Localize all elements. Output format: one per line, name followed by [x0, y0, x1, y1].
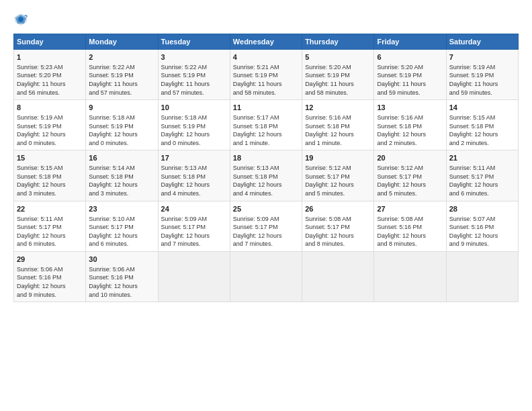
- day-number: 14: [449, 103, 515, 113]
- day-number: 5: [305, 52, 371, 62]
- day-info: Sunrise: 5:20 AM Sunset: 5:19 PM Dayligh…: [305, 63, 371, 97]
- day-info: Sunrise: 5:13 AM Sunset: 5:18 PM Dayligh…: [233, 164, 299, 197]
- column-header-sunday: Sunday: [14, 34, 86, 50]
- calendar-week-2: 8Sunrise: 5:19 AM Sunset: 5:19 PM Daylig…: [14, 100, 519, 150]
- calendar-cell: 14Sunrise: 5:15 AM Sunset: 5:18 PM Dayli…: [446, 100, 518, 150]
- day-number: 28: [449, 204, 515, 214]
- day-info: Sunrise: 5:22 AM Sunset: 5:19 PM Dayligh…: [161, 63, 227, 97]
- day-info: Sunrise: 5:13 AM Sunset: 5:18 PM Dayligh…: [161, 164, 227, 197]
- day-info: Sunrise: 5:06 AM Sunset: 5:16 PM Dayligh…: [17, 265, 83, 299]
- calendar-cell: 5Sunrise: 5:20 AM Sunset: 5:19 PM Daylig…: [302, 50, 374, 100]
- day-number: 1: [17, 52, 83, 62]
- calendar-cell: 24Sunrise: 5:09 AM Sunset: 5:17 PM Dayli…: [158, 201, 230, 251]
- calendar-cell: 25Sunrise: 5:09 AM Sunset: 5:17 PM Dayli…: [230, 201, 302, 251]
- calendar-cell: 29Sunrise: 5:06 AM Sunset: 5:16 PM Dayli…: [14, 251, 86, 302]
- calendar-week-4: 22Sunrise: 5:11 AM Sunset: 5:17 PM Dayli…: [14, 201, 519, 251]
- day-number: 23: [89, 204, 154, 214]
- day-info: Sunrise: 5:11 AM Sunset: 5:17 PM Dayligh…: [449, 164, 515, 197]
- day-info: Sunrise: 5:09 AM Sunset: 5:17 PM Dayligh…: [161, 215, 227, 248]
- calendar-table: SundayMondayTuesdayWednesdayThursdayFrid…: [13, 34, 519, 302]
- calendar-cell: 28Sunrise: 5:07 AM Sunset: 5:16 PM Dayli…: [446, 201, 518, 251]
- calendar-cell: [230, 251, 302, 302]
- day-info: Sunrise: 5:08 AM Sunset: 5:16 PM Dayligh…: [377, 215, 443, 248]
- calendar-cell: [302, 251, 374, 302]
- calendar-cell: 3Sunrise: 5:22 AM Sunset: 5:19 PM Daylig…: [158, 50, 230, 100]
- calendar-header-row: SundayMondayTuesdayWednesdayThursdayFrid…: [14, 34, 519, 50]
- calendar-cell: 20Sunrise: 5:12 AM Sunset: 5:17 PM Dayli…: [374, 150, 446, 201]
- day-number: 13: [377, 103, 443, 113]
- calendar-cell: 11Sunrise: 5:17 AM Sunset: 5:18 PM Dayli…: [230, 100, 302, 150]
- svg-point-4: [18, 17, 23, 21]
- calendar-cell: 27Sunrise: 5:08 AM Sunset: 5:16 PM Dayli…: [374, 201, 446, 251]
- day-number: 25: [233, 204, 299, 214]
- calendar-cell: 17Sunrise: 5:13 AM Sunset: 5:18 PM Dayli…: [158, 150, 230, 201]
- calendar-week-5: 29Sunrise: 5:06 AM Sunset: 5:16 PM Dayli…: [14, 251, 519, 302]
- day-number: 7: [449, 52, 515, 62]
- calendar-cell: 22Sunrise: 5:11 AM Sunset: 5:17 PM Dayli…: [14, 201, 86, 251]
- calendar-cell: 9Sunrise: 5:18 AM Sunset: 5:19 PM Daylig…: [86, 100, 158, 150]
- calendar-cell: 13Sunrise: 5:16 AM Sunset: 5:18 PM Dayli…: [374, 100, 446, 150]
- day-info: Sunrise: 5:07 AM Sunset: 5:16 PM Dayligh…: [449, 215, 515, 248]
- day-info: Sunrise: 5:18 AM Sunset: 5:19 PM Dayligh…: [89, 113, 154, 147]
- calendar-cell: 8Sunrise: 5:19 AM Sunset: 5:19 PM Daylig…: [14, 100, 86, 150]
- calendar-cell: 21Sunrise: 5:11 AM Sunset: 5:17 PM Dayli…: [446, 150, 518, 201]
- column-header-saturday: Saturday: [446, 34, 518, 50]
- day-info: Sunrise: 5:17 AM Sunset: 5:18 PM Dayligh…: [233, 113, 299, 147]
- day-number: 17: [161, 153, 227, 163]
- calendar-cell: 7Sunrise: 5:19 AM Sunset: 5:19 PM Daylig…: [446, 50, 518, 100]
- calendar-cell: 6Sunrise: 5:20 AM Sunset: 5:19 PM Daylig…: [374, 50, 446, 100]
- calendar-cell: 12Sunrise: 5:16 AM Sunset: 5:18 PM Dayli…: [302, 100, 374, 150]
- day-info: Sunrise: 5:22 AM Sunset: 5:19 PM Dayligh…: [89, 63, 154, 97]
- day-number: 21: [449, 153, 515, 163]
- day-info: Sunrise: 5:09 AM Sunset: 5:17 PM Dayligh…: [233, 215, 299, 248]
- calendar-cell: 19Sunrise: 5:12 AM Sunset: 5:17 PM Dayli…: [302, 150, 374, 201]
- day-number: 4: [233, 52, 299, 62]
- day-number: 19: [305, 153, 371, 163]
- day-info: Sunrise: 5:19 AM Sunset: 5:19 PM Dayligh…: [17, 113, 83, 147]
- calendar-week-1: 1Sunrise: 5:23 AM Sunset: 5:20 PM Daylig…: [14, 50, 519, 100]
- column-header-thursday: Thursday: [302, 34, 374, 50]
- day-number: 6: [377, 52, 443, 62]
- calendar-cell: 30Sunrise: 5:06 AM Sunset: 5:16 PM Dayli…: [86, 251, 158, 302]
- day-info: Sunrise: 5:15 AM Sunset: 5:18 PM Dayligh…: [449, 113, 515, 147]
- day-number: 24: [161, 204, 227, 214]
- day-info: Sunrise: 5:16 AM Sunset: 5:18 PM Dayligh…: [377, 113, 443, 147]
- day-number: 3: [161, 52, 227, 62]
- calendar-cell: 26Sunrise: 5:08 AM Sunset: 5:17 PM Dayli…: [302, 201, 374, 251]
- day-number: 8: [17, 103, 83, 113]
- day-info: Sunrise: 5:12 AM Sunset: 5:17 PM Dayligh…: [377, 164, 443, 197]
- column-header-tuesday: Tuesday: [158, 34, 230, 50]
- calendar-cell: 23Sunrise: 5:10 AM Sunset: 5:17 PM Dayli…: [86, 201, 158, 251]
- day-info: Sunrise: 5:15 AM Sunset: 5:18 PM Dayligh…: [17, 164, 83, 197]
- column-header-friday: Friday: [374, 34, 446, 50]
- calendar-cell: [374, 251, 446, 302]
- calendar-cell: 15Sunrise: 5:15 AM Sunset: 5:18 PM Dayli…: [14, 150, 86, 201]
- day-number: 10: [161, 103, 227, 113]
- day-info: Sunrise: 5:11 AM Sunset: 5:17 PM Dayligh…: [17, 215, 83, 248]
- page-header: [13, 12, 519, 27]
- column-header-wednesday: Wednesday: [230, 34, 302, 50]
- day-info: Sunrise: 5:18 AM Sunset: 5:19 PM Dayligh…: [161, 113, 227, 147]
- day-info: Sunrise: 5:20 AM Sunset: 5:19 PM Dayligh…: [377, 63, 443, 97]
- day-info: Sunrise: 5:12 AM Sunset: 5:17 PM Dayligh…: [305, 164, 371, 197]
- calendar-cell: [446, 251, 518, 302]
- day-info: Sunrise: 5:23 AM Sunset: 5:20 PM Dayligh…: [17, 63, 83, 97]
- calendar-week-3: 15Sunrise: 5:15 AM Sunset: 5:18 PM Dayli…: [14, 150, 519, 201]
- logo-icon: [13, 12, 28, 27]
- day-number: 26: [305, 204, 371, 214]
- logo: [13, 12, 31, 27]
- day-number: 22: [17, 204, 83, 214]
- day-number: 9: [89, 103, 154, 113]
- column-header-monday: Monday: [86, 34, 158, 50]
- day-number: 2: [89, 52, 154, 62]
- day-number: 15: [17, 153, 83, 163]
- day-info: Sunrise: 5:16 AM Sunset: 5:18 PM Dayligh…: [305, 113, 371, 147]
- calendar-cell: 10Sunrise: 5:18 AM Sunset: 5:19 PM Dayli…: [158, 100, 230, 150]
- calendar-cell: 4Sunrise: 5:21 AM Sunset: 5:19 PM Daylig…: [230, 50, 302, 100]
- day-info: Sunrise: 5:21 AM Sunset: 5:19 PM Dayligh…: [233, 63, 299, 97]
- day-number: 29: [17, 255, 83, 265]
- day-info: Sunrise: 5:19 AM Sunset: 5:19 PM Dayligh…: [449, 63, 515, 97]
- calendar-cell: 2Sunrise: 5:22 AM Sunset: 5:19 PM Daylig…: [86, 50, 158, 100]
- day-number: 11: [233, 103, 299, 113]
- day-number: 16: [89, 153, 154, 163]
